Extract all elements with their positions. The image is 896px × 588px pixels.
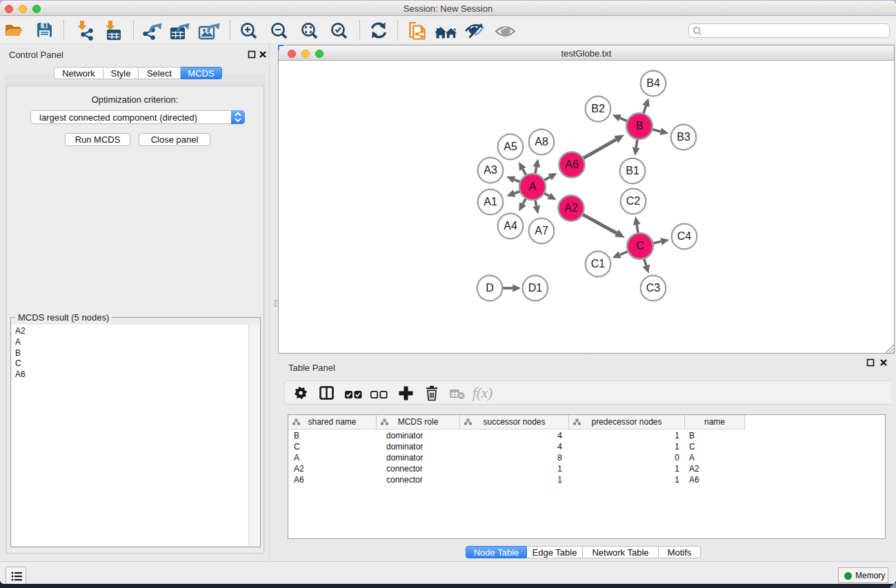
svg-text:D1: D1 (528, 282, 543, 294)
svg-text:B2: B2 (591, 103, 605, 114)
svg-text:A5: A5 (504, 141, 517, 152)
svg-text:C2: C2 (626, 195, 641, 207)
svg-text:B: B (636, 120, 644, 132)
svg-text:B1: B1 (626, 165, 639, 176)
svg-text:C4: C4 (677, 230, 692, 242)
svg-text:A2: A2 (564, 202, 578, 214)
svg-text:A7: A7 (535, 225, 548, 236)
svg-text:A1: A1 (484, 196, 497, 207)
svg-text:C1: C1 (591, 258, 606, 270)
svg-text:B4: B4 (646, 77, 660, 89)
svg-text:A4: A4 (504, 220, 517, 232)
svg-text:B3: B3 (677, 131, 690, 143)
svg-text:A6: A6 (565, 159, 579, 170)
svg-text:D: D (486, 282, 494, 294)
svg-text:C: C (636, 240, 644, 252)
svg-text:A8: A8 (535, 136, 548, 148)
svg-text:A: A (529, 181, 537, 192)
svg-text:A3: A3 (484, 164, 497, 176)
svg-text:C3: C3 (646, 282, 661, 294)
